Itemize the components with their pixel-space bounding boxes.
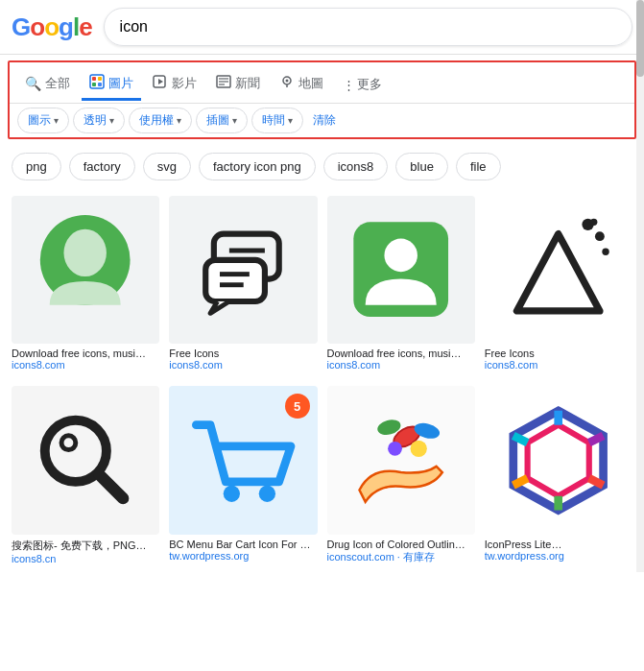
svg-rect-4: [98, 83, 102, 86]
tab-images[interactable]: 圖片: [82, 68, 141, 101]
filter-insert-label: 插圖: [206, 112, 229, 129]
svg-point-33: [258, 485, 274, 501]
related-chip-svg[interactable]: svg: [143, 153, 191, 180]
image-thumb-1-1: 5: [169, 386, 317, 534]
filter-usage-label: 使用權: [139, 112, 174, 129]
image-thumb-0-0: [12, 196, 159, 344]
image-title-0-2: Download free icons, musi…: [327, 347, 475, 359]
image-thumb-0-2: [327, 196, 475, 344]
image-cell-0-1[interactable]: Free Icons icons8.com: [165, 192, 321, 374]
video-icon: [153, 74, 168, 92]
image-title-1-1: BC Menu Bar Cart Icon For …: [169, 539, 317, 550]
image-title-0-0: Download free icons, musi…: [12, 347, 159, 359]
image-cell-0-2[interactable]: Download free icons, musi… icons8.com: [323, 192, 479, 374]
image-cell-0-3[interactable]: Free Icons icons8.com: [481, 192, 636, 374]
image-thumb-1-2: [327, 386, 475, 534]
tab-images-label: 圖片: [108, 75, 133, 92]
svg-point-31: [61, 435, 76, 449]
more-dots-icon: ⋮: [343, 78, 355, 92]
filter-display[interactable]: 圖示 ▾: [17, 108, 69, 133]
filter-time-label: 時間: [262, 112, 285, 129]
svg-line-30: [100, 474, 124, 498]
google-logo: Google: [12, 12, 92, 42]
chevron-down-icon: ▾: [288, 115, 293, 126]
svg-rect-0: [90, 75, 104, 88]
tab-more-label: 更多: [357, 76, 382, 93]
image-source-0-3: icons8.com: [485, 359, 632, 371]
svg-point-26: [603, 249, 609, 255]
filter-insert[interactable]: 插圖 ▾: [196, 108, 248, 133]
svg-marker-6: [158, 79, 163, 84]
image-source-0-0: icons8.com: [12, 359, 159, 371]
image-cell-1-0[interactable]: 搜索图标- 免费下载，PNG… icons8.cn: [8, 382, 163, 567]
tab-maps-label: 地圖: [298, 75, 323, 92]
related-chip-factory[interactable]: factory: [69, 153, 135, 180]
image-cell-0-0[interactable]: Download free icons, musi… icons8.com: [8, 192, 163, 374]
image-thumb-1-3: [485, 386, 632, 534]
nav-container: 🔍 全部 圖片 影片 新聞: [8, 60, 636, 139]
related-chip-file[interactable]: file: [456, 153, 501, 180]
svg-point-23: [384, 239, 417, 273]
svg-point-38: [410, 440, 426, 456]
svg-rect-1: [92, 77, 96, 81]
svg-point-25: [595, 232, 605, 242]
image-source-1-1: tw.wordpress.org: [169, 550, 317, 562]
filter-usage[interactable]: 使用權 ▾: [129, 108, 192, 133]
svg-point-12: [286, 80, 289, 83]
image-title-0-3: Free Icons: [485, 347, 632, 359]
related-chip-blue[interactable]: blue: [395, 153, 448, 180]
search-bar[interactable]: [104, 8, 632, 46]
header: Google: [0, 0, 644, 55]
maps-icon: [279, 74, 295, 92]
filter-transparent[interactable]: 透明 ▾: [73, 108, 125, 133]
news-icon: [216, 74, 231, 92]
chevron-down-icon: ▾: [109, 115, 114, 126]
svg-point-15: [64, 229, 107, 276]
svg-rect-3: [92, 83, 96, 86]
svg-marker-28: [517, 234, 600, 311]
images-icon: [89, 74, 105, 92]
image-title-1-2: Drug Icon of Colored Outlin…: [327, 539, 475, 550]
image-source-1-2: iconscout.com · 有庫存: [327, 550, 475, 564]
filter-display-label: 圖示: [28, 112, 51, 129]
tab-all[interactable]: 🔍 全部: [17, 69, 78, 101]
filter-transparent-label: 透明: [83, 112, 107, 129]
image-cell-1-1[interactable]: 5 BC Menu Bar Cart Icon For … tw.wordpre…: [165, 382, 321, 567]
image-cell-1-2[interactable]: Drug Icon of Colored Outlin… iconscout.c…: [323, 382, 479, 567]
svg-point-32: [223, 485, 239, 501]
tab-news[interactable]: 新聞: [208, 68, 268, 101]
chevron-down-icon: ▾: [177, 115, 181, 126]
search-input[interactable]: [120, 18, 616, 36]
chevron-down-icon: ▾: [232, 115, 237, 126]
chevron-down-icon: ▾: [54, 115, 59, 126]
tab-video[interactable]: 影片: [145, 68, 204, 101]
image-source-1-3: tw.wordpress.org: [485, 550, 632, 562]
image-title-0-1: Free Icons: [169, 347, 317, 359]
svg-rect-2: [98, 77, 102, 81]
vertical-scrollbar[interactable]: [636, 0, 644, 572]
related-chip-factory-icon-png[interactable]: factory icon png: [199, 153, 316, 180]
related-chip-png[interactable]: png: [12, 153, 61, 180]
filter-bar: 圖示 ▾ 透明 ▾ 使用權 ▾ 插圖 ▾ 時間 ▾ 清除: [10, 104, 634, 137]
tab-video-label: 影片: [172, 75, 197, 92]
filter-time[interactable]: 時間 ▾: [251, 108, 303, 133]
related-chip-icons8[interactable]: icons8: [323, 153, 389, 180]
tab-more[interactable]: ⋮ 更多: [335, 70, 390, 99]
image-grid-row1: Download free icons, musi… icons8.com Fr…: [0, 188, 644, 378]
search-icon: 🔍: [25, 76, 41, 91]
svg-marker-41: [528, 424, 589, 495]
image-title-1-0: 搜索图标- 免费下载，PNG…: [12, 539, 159, 553]
image-source-1-0: icons8.cn: [12, 553, 159, 564]
tab-maps[interactable]: 地圖: [272, 68, 331, 101]
image-thumb-0-1: [169, 196, 317, 344]
image-grid-row2: 搜索图标- 免费下载，PNG… icons8.cn 5 BC Menu Bar …: [0, 378, 644, 571]
tab-all-label: 全部: [45, 75, 70, 92]
clear-filter-button[interactable]: 清除: [307, 108, 342, 132]
nav-tabs: 🔍 全部 圖片 影片 新聞: [10, 66, 634, 104]
image-cell-1-3[interactable]: IconPress Lite… tw.wordpress.org: [481, 382, 636, 567]
image-source-0-1: icons8.com: [169, 359, 317, 371]
svg-rect-19: [205, 260, 265, 301]
scrollbar-thumb[interactable]: [636, 0, 644, 77]
image-thumb-1-0: [12, 386, 159, 534]
tab-news-label: 新聞: [235, 75, 260, 92]
